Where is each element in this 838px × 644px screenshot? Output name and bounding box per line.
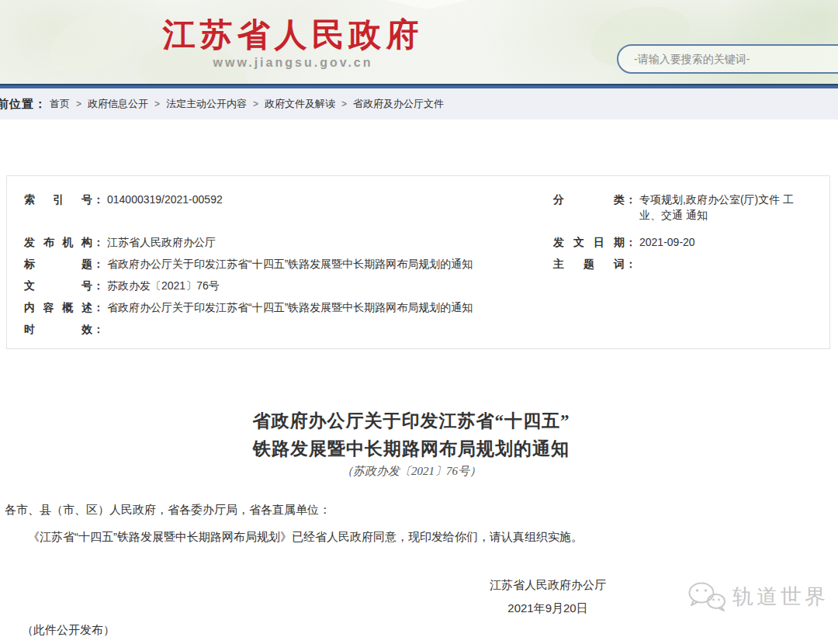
meta-label: 发文日期 (553, 234, 625, 250)
page: 江苏省人民政府 www.jiangsu.gov.cn 当前位置： 首页 > 政府… (0, 0, 838, 644)
document-title-line1: 省政府办公厅关于印发江苏省“十四五” (0, 407, 822, 435)
meta-value: 014000319/2021-00592 (107, 192, 553, 207)
site-title: 江苏省人民政府 (0, 17, 586, 53)
meta-label: 时效 (24, 321, 92, 337)
meta-value: 专项规划,政府办公室(厅)文件 工业、交通 通知 (639, 192, 814, 223)
breadcrumb-item-gov-documents[interactable]: 政府文件及解读 (265, 97, 335, 111)
breadcrumb: 当前位置： 首页 > 政府信息公开 > 法定主动公开内容 > 政府文件及解读 >… (0, 97, 447, 112)
meta-row-validity: 时效： (24, 321, 553, 337)
breadcrumb-separator: > (154, 99, 160, 109)
signature-block: 江苏省人民政府办公厅 2021年9月20日 (431, 578, 664, 616)
watermark-text: 轨道世界 (732, 583, 829, 611)
meta-row-index-number: 索引号： 014000319/2021-00592 (24, 192, 553, 207)
meta-value: 2021-09-20 (639, 234, 814, 250)
breadcrumb-separator: > (76, 99, 81, 109)
breadcrumb-item-home[interactable]: 首页 (50, 97, 70, 111)
site-url: www.jiangsu.gov.cn (0, 56, 586, 70)
document-title: 省政府办公厅关于印发江苏省“十四五” 铁路发展暨中长期路网布局规划的通知 (0, 407, 822, 463)
breadcrumb-label: 当前位置： (0, 97, 47, 112)
meta-label: 发布机构 (24, 234, 92, 250)
meta-label: 标题 (24, 256, 92, 272)
breadcrumb-item-statutory-disclosure[interactable]: 法定主动公开内容 (166, 97, 247, 111)
document-metadata-table: 索引号： 014000319/2021-00592 发布机构： 江苏省人民政府办… (6, 175, 830, 349)
document-title-line2: 铁路发展暨中长期路网布局规划的通知 (0, 435, 822, 463)
ribbon-chevron-decoration (384, 0, 469, 10)
meta-value (107, 321, 553, 337)
meta-label: 内容概述 (24, 299, 92, 315)
meta-label: 分类 (553, 192, 625, 223)
signature-date: 2021年9月20日 (431, 601, 664, 616)
meta-row-issuing-agency: 发布机构： 江苏省人民政府办公厅 (24, 234, 553, 250)
meta-colon: ： (92, 256, 107, 272)
metadata-right-column: 分类： 专项规划,政府办公室(厅)文件 工业、交通 通知 发文日期： 2021-… (553, 192, 814, 348)
meta-row-summary: 内容概述： 省政府办公厅关于印发江苏省“十四五”铁路发展暨中长期路网布局规划的通… (24, 299, 553, 315)
meta-row-category: 分类： 专项规划,政府办公室(厅)文件 工业、交通 通知 (553, 192, 814, 223)
meta-value: 苏政办发〔2021〕76号 (107, 278, 553, 293)
meta-row-title: 标题： 省政府办公厅关于印发江苏省“十四五”铁路发展暨中长期路网布局规划的通知 (24, 256, 553, 272)
site-header: 江苏省人民政府 www.jiangsu.gov.cn (0, 0, 838, 84)
meta-colon: ： (92, 299, 107, 315)
watermark: 轨道世界 (686, 580, 829, 613)
breadcrumb-item-gov-info[interactable]: 政府信息公开 (88, 97, 148, 111)
breadcrumb-item-office-documents[interactable]: 省政府及办公厅文件 (353, 97, 444, 111)
meta-label: 文号 (24, 278, 92, 293)
metadata-left-column: 索引号： 014000319/2021-00592 发布机构： 江苏省人民政府办… (24, 192, 553, 348)
meta-label: 主题词 (553, 256, 625, 272)
breadcrumb-bar: 当前位置： 首页 > 政府信息公开 > 法定主动公开内容 > 政府文件及解读 >… (0, 88, 838, 119)
meta-colon: ： (92, 234, 107, 250)
signature-agency: 江苏省人民政府办公厅 (431, 578, 664, 593)
document-addressees: 各市、县（市、区）人民政府，省各委办厅局，省各直属单位： (5, 503, 781, 518)
breadcrumb-separator: > (253, 99, 258, 109)
meta-value: 省政府办公厅关于印发江苏省“十四五”铁路发展暨中长期路网布局规划的通知 (107, 299, 553, 315)
meta-colon: ： (625, 192, 639, 223)
document-number: （苏政办发〔2021〕76号） (0, 464, 822, 479)
meta-value (639, 256, 814, 272)
meta-row-subject-terms: 主题词： (553, 256, 814, 272)
document-body-paragraph: 《江苏省“十四五”铁路发展暨中长期路网布局规划》已经省人民政府同意，现印发给你们… (5, 530, 812, 545)
wechat-icon (686, 580, 728, 613)
meta-colon: ： (92, 192, 107, 207)
meta-colon: ： (92, 278, 107, 293)
meta-colon: ： (92, 321, 107, 337)
meta-colon: ： (625, 256, 639, 272)
search-input[interactable] (617, 44, 838, 74)
meta-label: 索引号 (24, 192, 92, 207)
breadcrumb-separator: > (341, 99, 347, 109)
meta-value: 江苏省人民政府办公厅 (107, 234, 553, 250)
meta-value: 省政府办公厅关于印发江苏省“十四五”铁路发展暨中长期路网布局规划的通知 (107, 256, 553, 272)
meta-colon: ： (625, 234, 639, 250)
meta-row-issue-date: 发文日期： 2021-09-20 (553, 234, 814, 250)
publish-note: （此件公开发布） (22, 623, 115, 638)
meta-row-doc-number: 文号： 苏政办发〔2021〕76号 (24, 278, 553, 293)
site-brand: 江苏省人民政府 www.jiangsu.gov.cn (0, 17, 586, 70)
